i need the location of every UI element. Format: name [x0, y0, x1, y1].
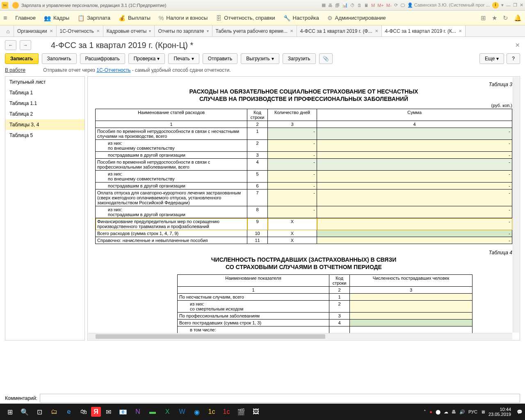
close-icon[interactable]: ✕ [459, 29, 462, 33]
nav-nastroyka[interactable]: 🔧Настройка [283, 15, 319, 21]
scrollbar-horizontal[interactable] [88, 333, 512, 340]
status-label[interactable]: В работе [5, 67, 25, 73]
close-icon[interactable]: ✕ [515, 42, 520, 48]
attach-button[interactable]: 📎 [319, 53, 333, 64]
tab-tabel[interactable]: Табель учета рабочего време...✕ [212, 25, 297, 37]
m-icon[interactable]: M [371, 3, 375, 8]
table4: Наименование показателяКод строкиЧисленн… [177, 274, 472, 333]
unit-label: (руб. коп.) [95, 103, 512, 108]
sidebar: Титульный лист Таблица 1 Таблица 1.1 Таб… [5, 76, 85, 340]
close-icon[interactable]: ✕ [96, 29, 100, 33]
money-icon: 💰 [119, 15, 126, 21]
close-icon[interactable]: ✕ [520, 2, 523, 8]
app-logo: 1c [2, 2, 8, 9]
print-button[interactable]: Печать ▾ [168, 53, 199, 64]
doc-title: ЧИСЛЕННОСТЬ ПОСТРАДАВШИХ (ЗАСТРАХОВАННЫХ… [95, 256, 512, 263]
close-icon[interactable]: ✕ [375, 29, 378, 33]
doc-title: СО СТРАХОВЫМИ СЛУЧАЯМИ В ОТЧЕТНОМ ПЕРИОД… [95, 264, 512, 270]
chevron-down-icon: ▾ [272, 56, 274, 62]
scrollbar-thumb[interactable] [96, 334, 325, 339]
nav-zarplata[interactable]: 📋Зарплата [78, 15, 110, 21]
info-icon[interactable]: i [492, 2, 499, 9]
maximize-icon[interactable]: ❐ [513, 2, 517, 8]
more-button[interactable]: Еще ▾ [479, 53, 504, 64]
titlebar-icons: ▦ 🖶 🗐 📊 ⏱ 🗓 🖩 M M+ M- ⟳ 🖵 👤 Савинская З.… [322, 2, 523, 9]
icon[interactable]: ▦ [322, 2, 326, 8]
close-icon[interactable]: ✕ [50, 29, 53, 33]
table-label: Таблица 3 [95, 82, 512, 87]
decode-button[interactable]: Расшифровать [80, 53, 125, 64]
close-icon[interactable]: ▾ [149, 29, 151, 33]
sidebar-item[interactable]: Таблица 5 [5, 130, 84, 141]
icon[interactable]: 🖵 [400, 3, 405, 8]
list-icon: 📋 [78, 15, 84, 21]
import-button[interactable]: Загрузить [283, 53, 316, 64]
status-bar: В работе Отправьте отчет через 1С-Отчетн… [5, 67, 520, 73]
nav-main[interactable]: Главное [15, 15, 36, 21]
help-button[interactable]: ? [507, 53, 520, 64]
scrollbar-vertical[interactable] [513, 77, 519, 333]
menu-icon[interactable]: ≡ [3, 14, 7, 22]
tab-fss1[interactable]: 4-ФСС за 1 квартал 2019 г. (Ф...✕ [297, 25, 382, 37]
nav-kadry[interactable]: 👥Кадры [44, 15, 69, 21]
chevron-down-icon: ▾ [192, 56, 194, 62]
status-link[interactable]: 1С-Отчетность [96, 67, 130, 73]
apps-icon[interactable]: ⊞ [481, 14, 486, 22]
sidebar-item[interactable]: Таблица 1.1 [5, 98, 84, 109]
people-icon: 👥 [44, 15, 51, 21]
doc-title: СЛУЧАЕВ НА ПРОИЗВОДСТВЕ И ПРОФЕССИОНАЛЬН… [95, 96, 512, 102]
icon[interactable]: 🗓 [357, 3, 362, 8]
tab-zp[interactable]: Отчеты по зарплате▾ [155, 25, 212, 37]
nav-nalogi[interactable]: %Налоги и взносы [159, 15, 208, 21]
doc-title: РАСХОДЫ НА ОБЯЗАТЕЛЬНОЕ СОЦИАЛЬНОЕ СТРАХ… [95, 88, 512, 95]
sidebar-item[interactable]: Титульный лист [5, 77, 84, 87]
nav-admin[interactable]: ⚙Администрирование [327, 15, 386, 21]
tab-kadr[interactable]: Кадровые отчеты▾ [103, 25, 155, 37]
send-button[interactable]: Отправить [203, 53, 238, 64]
close-icon[interactable]: ▾ [207, 29, 209, 33]
nav-otchet[interactable]: 🗄Отчетность, справки [216, 15, 275, 21]
mminus-icon[interactable]: M- [386, 3, 392, 8]
save-button[interactable]: Записать [5, 53, 39, 64]
window-title: Зарплата и управление персоналом, редакц… [21, 3, 166, 8]
icon[interactable]: ⟳ [394, 2, 398, 8]
icon[interactable]: 🖶 [328, 3, 333, 8]
tab-1c[interactable]: 1С-Отчетность✕ [57, 25, 103, 37]
history-icon[interactable]: ↻ [503, 14, 508, 22]
toolbar: Записать Заполнить Расшифровать Проверка… [5, 53, 520, 64]
chevron-down-icon: ▾ [157, 56, 160, 62]
fill-button[interactable]: Заполнить [42, 53, 77, 64]
dropdown-icon[interactable] [12, 2, 19, 9]
tab-org[interactable]: Организации✕ [14, 25, 57, 37]
chevron-down-icon: ▾ [496, 56, 499, 62]
icon[interactable]: 📊 [342, 2, 348, 8]
report-icon: 🗄 [216, 15, 221, 21]
icon[interactable]: ⏱ [350, 3, 355, 8]
home-tab[interactable]: ⌂ [2, 25, 14, 37]
nav-vyplaty[interactable]: 💰Выплаты [119, 15, 151, 21]
tab-fss2[interactable]: 4-ФСС за 1 квартал 2019 г. (К...✕ [382, 25, 466, 37]
check-button[interactable]: Проверка ▾ [128, 53, 165, 64]
minimize-icon[interactable]: — [506, 3, 511, 8]
wrench-icon: 🔧 [283, 15, 290, 21]
sidebar-item[interactable]: Таблица 1 [5, 87, 84, 98]
page-title: 4-ФСС за 1 квартал 2019 г. (Крон-Ц) * [51, 41, 193, 50]
sidebar-item-selected[interactable]: Таблицы 3, 4 [5, 119, 84, 130]
percent-icon: % [159, 15, 164, 21]
main-content: Таблица 3 РАСХОДЫ НА ОБЯЗАТЕЛЬНОЕ СОЦИАЛ… [87, 76, 520, 340]
icon[interactable]: 🗐 [335, 3, 340, 8]
tabs-bar: ⌂ Организации✕ 1С-Отчетность✕ Кадровые о… [0, 25, 525, 37]
user-label[interactable]: 👤 Савинская З.Ю. (Системный прог ... [407, 2, 490, 8]
dropdown-icon[interactable]: ▾ [501, 2, 504, 8]
star-icon[interactable]: ★ [492, 14, 497, 22]
bell-icon[interactable]: 🔔 [514, 14, 522, 22]
export-button[interactable]: Выгрузить ▾ [241, 53, 279, 64]
titlebar: 1c Зарплата и управление персоналом, ред… [0, 0, 525, 11]
forward-button[interactable]: → [20, 40, 31, 50]
close-icon[interactable]: ✕ [290, 29, 293, 33]
back-button[interactable]: ← [5, 40, 16, 50]
mplus-icon[interactable]: M+ [377, 3, 384, 8]
table3: Наименование статей расходовКод строкиКо… [95, 109, 512, 244]
icon[interactable]: 🖩 [364, 3, 369, 8]
sidebar-item[interactable]: Таблица 2 [5, 109, 84, 119]
